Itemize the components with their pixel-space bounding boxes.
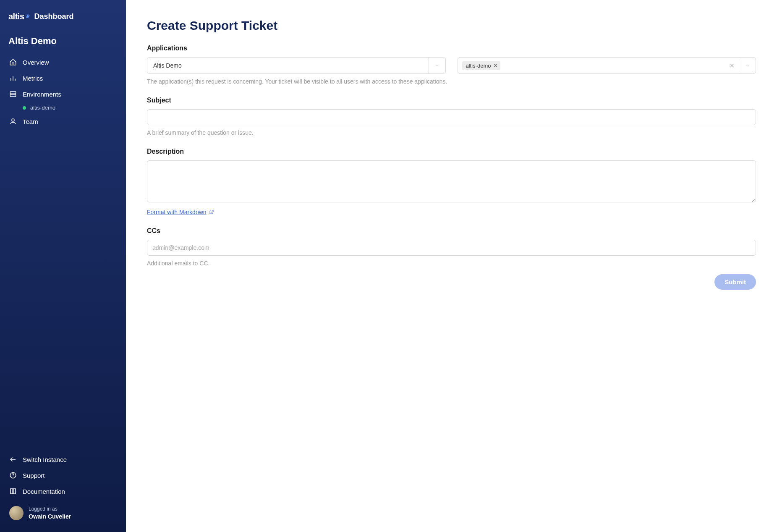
brand-logo: altis (8, 12, 31, 21)
tag-chip-label: altis-demo (466, 63, 491, 69)
nav-team[interactable]: Team (0, 113, 126, 129)
nav-label: Support (23, 472, 45, 479)
svg-point-4 (13, 477, 13, 477)
ccs-group: CCs Additional emails to CC. (147, 227, 756, 267)
book-icon (9, 487, 17, 495)
svg-rect-1 (10, 94, 16, 97)
chevron-down-icon (739, 58, 756, 73)
main-content: Create Support Ticket Applications Altis… (126, 0, 777, 532)
svg-point-2 (12, 119, 14, 121)
nav-environments[interactable]: Environments (0, 86, 126, 102)
nav-sub-label: altis-demo (30, 105, 55, 111)
brand-logo-text: altis (8, 12, 24, 21)
subject-input[interactable] (147, 109, 756, 125)
chip-list: altis-demo ✕ (458, 61, 725, 70)
subject-label: Subject (147, 97, 756, 104)
status-dot-icon (23, 106, 26, 110)
avatar (9, 506, 24, 520)
ccs-label: CCs (147, 227, 756, 235)
subject-help: A brief summary of the question or issue… (147, 129, 756, 136)
nav-environment-sub[interactable]: altis-demo (0, 102, 126, 113)
description-group: Description Format with Markdown (147, 148, 756, 215)
applications-group: Applications Altis Demo altis-demo ✕ ✕ (147, 45, 756, 85)
markdown-link[interactable]: Format with Markdown (147, 209, 214, 215)
markdown-link-label: Format with Markdown (147, 209, 207, 215)
chip-remove-icon[interactable]: ✕ (493, 63, 498, 68)
nav-label: Switch Instance (23, 456, 67, 463)
nav-label: Environments (23, 91, 61, 98)
nav-label: Documentation (23, 488, 65, 495)
clear-tags-icon[interactable]: ✕ (725, 62, 739, 70)
user-meta: Logged in as Owain Cuvelier (29, 506, 71, 520)
svg-rect-0 (10, 92, 16, 94)
bar-chart-icon (9, 74, 17, 82)
brand-title: Dashboard (34, 12, 74, 21)
sidebar-bottom: Switch Instance Support Documentation Lo… (0, 451, 126, 524)
applications-help: The application(s) this request is conce… (147, 78, 756, 85)
applications-label: Applications (147, 45, 756, 52)
ccs-help: Additional emails to CC. (147, 260, 756, 267)
chevron-down-icon (429, 58, 445, 73)
help-circle-icon (9, 472, 17, 479)
description-label: Description (147, 148, 756, 155)
user-icon (9, 118, 17, 125)
application-select[interactable]: Altis Demo (147, 57, 446, 74)
application-tags-select[interactable]: altis-demo ✕ ✕ (458, 57, 756, 74)
logged-in-as-label: Logged in as (29, 506, 71, 513)
submit-button[interactable]: Submit (714, 274, 756, 290)
nav-metrics[interactable]: Metrics (0, 70, 126, 86)
brand-mark-icon (25, 13, 31, 18)
server-icon (9, 90, 17, 98)
nav-support[interactable]: Support (0, 467, 126, 483)
arrow-left-icon (9, 456, 17, 463)
nav-label: Team (23, 118, 38, 125)
workspace-name: Altis Demo (0, 31, 126, 54)
external-link-icon (209, 210, 214, 215)
nav-label: Metrics (23, 75, 43, 82)
user-block[interactable]: Logged in as Owain Cuvelier (0, 499, 126, 524)
description-textarea[interactable] (147, 160, 756, 202)
ccs-input[interactable] (147, 240, 756, 256)
brand: altis Dashboard (0, 8, 126, 31)
nav-overview[interactable]: Overview (0, 54, 126, 70)
tag-chip: altis-demo ✕ (462, 61, 501, 70)
nav-switch-instance[interactable]: Switch Instance (0, 451, 126, 467)
nav-documentation[interactable]: Documentation (0, 483, 126, 499)
page-title: Create Support Ticket (147, 18, 756, 33)
nav-label: Overview (23, 59, 49, 66)
sidebar: altis Dashboard Altis Demo Overview Metr… (0, 0, 126, 532)
subject-group: Subject A brief summary of the question … (147, 97, 756, 136)
home-icon (9, 58, 17, 66)
application-select-value: Altis Demo (147, 62, 188, 69)
primary-nav: Overview Metrics Environments altis-demo… (0, 54, 126, 129)
user-name: Owain Cuvelier (29, 513, 71, 520)
